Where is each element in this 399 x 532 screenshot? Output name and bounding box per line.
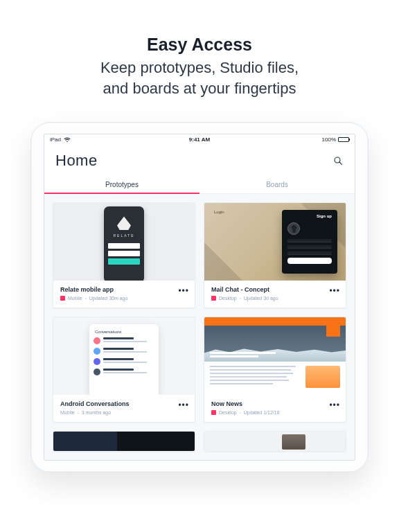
- platform-badge-icon: [211, 410, 216, 415]
- hero-title: Easy Access: [28, 35, 371, 55]
- tab-boards-label: Boards: [266, 181, 288, 188]
- ipad-device-frame: iPad 9:41 AM 100% Home Prototypes: [30, 122, 369, 472]
- tab-boards[interactable]: Boards: [200, 175, 355, 193]
- card-thumbnail: Login Sign up: [204, 203, 346, 281]
- card-title: Now News: [211, 400, 339, 407]
- platform-badge-icon: [211, 296, 216, 301]
- card-meta-line: Mobile • 3 months ago: [60, 410, 188, 415]
- tab-bar: Prototypes Boards: [44, 175, 355, 194]
- prototype-card[interactable]: ••• Now News Desktop • Updated 1/12/18: [204, 317, 346, 423]
- prototype-card[interactable]: [53, 431, 195, 452]
- card-thumbnail: [53, 432, 195, 451]
- hero-subtitle-line2: and boards at your fingertips: [28, 78, 371, 99]
- card-thumbnail: RELATE: [53, 203, 195, 281]
- prototype-card[interactable]: Conversations ••• Android Conversations …: [53, 317, 195, 423]
- avatar-icon: [287, 222, 300, 235]
- marketing-hero: Easy Access Keep prototypes, Studio file…: [0, 0, 399, 115]
- signup-label: Sign up: [287, 214, 332, 218]
- conversations-heading: Conversations: [95, 330, 154, 334]
- card-thumbnail: [204, 317, 346, 395]
- card-meta-line: Mobile • Updated 30m ago: [60, 296, 188, 301]
- battery-percent: 100%: [322, 136, 336, 143]
- news-headline: [210, 352, 276, 357]
- prototype-card[interactable]: RELATE ••• Relate mobile app Mobile • Up…: [53, 202, 195, 308]
- prototype-grid: RELATE ••• Relate mobile app Mobile • Up…: [44, 194, 355, 460]
- login-label: Login: [214, 210, 224, 214]
- platform-badge-icon: [60, 296, 65, 301]
- card-title: Mail Chat - Concept: [211, 286, 339, 293]
- relate-logo-icon: [117, 216, 131, 230]
- prototype-card[interactable]: Login Sign up ••• Mail Chat - Concept De…: [204, 202, 346, 308]
- card-meta-line: Desktop • Updated 1/12/18: [211, 410, 339, 415]
- card-title: Relate mobile app: [60, 286, 188, 293]
- more-icon[interactable]: •••: [329, 286, 340, 296]
- card-thumbnail: Conversations: [53, 317, 195, 395]
- more-icon[interactable]: •••: [178, 286, 189, 296]
- card-meta-line: Desktop • Updated 3d ago: [211, 296, 339, 301]
- card-thumbnail: [204, 432, 346, 451]
- prototype-card[interactable]: [204, 431, 346, 452]
- device-label: iPad: [50, 136, 61, 143]
- hero-subtitle-line1: Keep prototypes, Studio files,: [28, 57, 371, 78]
- wifi-icon: [64, 137, 71, 143]
- status-time: 9:41 AM: [150, 136, 249, 143]
- status-bar: iPad 9:41 AM 100%: [44, 134, 355, 145]
- svg-line-1: [339, 162, 342, 164]
- search-icon[interactable]: [332, 155, 344, 166]
- tab-prototypes[interactable]: Prototypes: [44, 175, 200, 193]
- card-title: Android Conversations: [60, 400, 188, 407]
- relate-brand: RELATE: [113, 233, 134, 238]
- more-icon[interactable]: •••: [178, 400, 189, 410]
- app-header: Home: [44, 145, 355, 175]
- page-title: Home: [55, 152, 98, 170]
- more-icon[interactable]: •••: [329, 400, 340, 410]
- battery-icon: [338, 137, 349, 142]
- tab-prototypes-label: Prototypes: [105, 181, 139, 188]
- ipad-screen: iPad 9:41 AM 100% Home Prototypes: [44, 134, 355, 461]
